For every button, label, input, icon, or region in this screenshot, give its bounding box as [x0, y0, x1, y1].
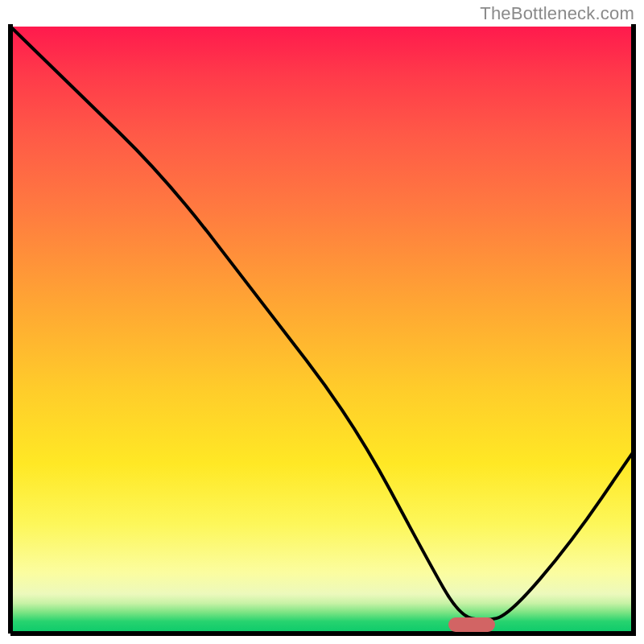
plot-area	[8, 24, 636, 636]
chart-container: TheBottleneck.com	[0, 0, 644, 644]
optimal-marker	[448, 617, 495, 632]
attribution-text: TheBottleneck.com	[480, 3, 634, 24]
background-gradient	[10, 27, 634, 634]
